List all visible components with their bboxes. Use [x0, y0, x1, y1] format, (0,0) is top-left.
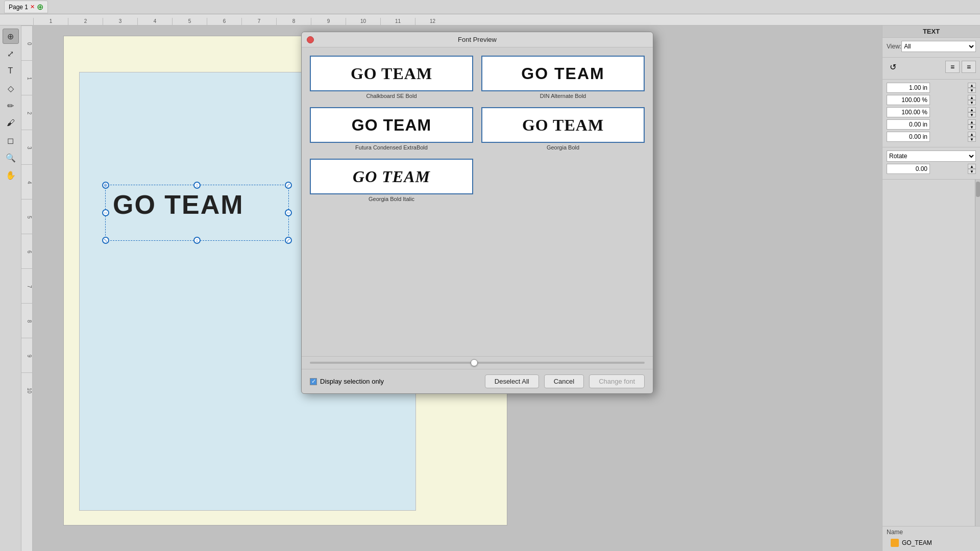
display-selection-checkbox[interactable]: ✓ [310, 378, 317, 385]
font-card-futura-preview[interactable]: GO TEAM [310, 107, 473, 143]
checkbox-checkmark: ✓ [311, 378, 316, 385]
font-caption-futura: Futura Condensed ExtraBold [310, 144, 473, 151]
dialog-title: Font Preview [458, 36, 497, 43]
dialog-body[interactable]: GO TEAM Chalkboard SE Bold GO TEAM DIN A… [302, 47, 653, 356]
font-card-georgia-italic[interactable]: GO TEAM Georgia Bold Italic [310, 159, 473, 202]
font-card-din[interactable]: GO TEAM DIN Alternate Bold [481, 56, 645, 99]
dialog-footer: ✓ Display selection only Deselect All Ca… [302, 369, 653, 393]
font-card-chalkboard-preview[interactable]: GO TEAM [310, 56, 473, 91]
font-card-georgia-italic-preview[interactable]: GO TEAM [310, 159, 473, 194]
slider-thumb[interactable] [471, 359, 478, 366]
slider-area [302, 356, 653, 369]
font-preview-dialog: Font Preview GO TEAM Chalkboard SE Bold … [301, 32, 653, 394]
cancel-btn[interactable]: Cancel [544, 374, 584, 388]
font-caption-georgia: Georgia Bold [481, 144, 645, 151]
font-caption-georgia-italic: Georgia Bold Italic [310, 196, 473, 202]
deselect-all-btn[interactable]: Deselect All [485, 374, 539, 388]
font-card-georgia[interactable]: GO TEAM Georgia Bold [481, 107, 645, 151]
font-text-georgia: GO TEAM [522, 116, 604, 135]
font-text-georgia-italic: GO TEAM [353, 167, 430, 186]
font-text-futura: GO TEAM [352, 116, 431, 135]
display-selection-label: Display selection only [320, 378, 384, 385]
font-card-chalkboard[interactable]: GO TEAM Chalkboard SE Bold [310, 56, 473, 99]
font-caption-din: DIN Alternate Bold [481, 93, 645, 99]
font-caption-chalkboard: Chalkboard SE Bold [310, 93, 473, 99]
change-font-btn[interactable]: Change font [589, 374, 645, 388]
font-card-din-preview[interactable]: GO TEAM [481, 56, 645, 91]
font-text-chalkboard: GO TEAM [351, 64, 432, 83]
font-card-futura[interactable]: GO TEAM Futura Condensed ExtraBold [310, 107, 473, 151]
dialog-titlebar: Font Preview [302, 32, 653, 47]
font-text-din: GO TEAM [521, 64, 604, 83]
dialog-close-btn[interactable] [307, 36, 314, 43]
dialog-overlay: Font Preview GO TEAM Chalkboard SE Bold … [0, 0, 980, 551]
display-selection-checkbox-wrapper[interactable]: ✓ Display selection only [310, 378, 384, 385]
font-card-georgia-preview[interactable]: GO TEAM [481, 107, 645, 143]
slider-track[interactable] [310, 362, 645, 364]
